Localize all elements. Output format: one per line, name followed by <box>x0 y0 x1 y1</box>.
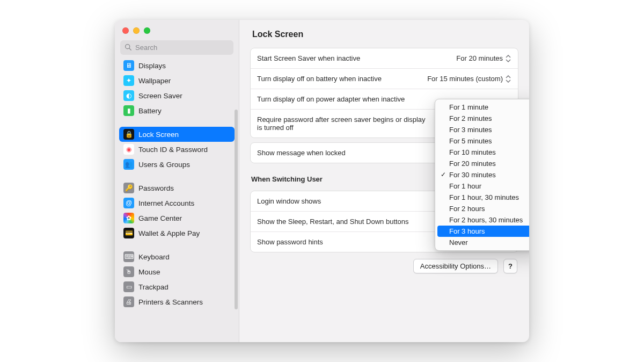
search-icon <box>125 44 131 52</box>
fingerprint-icon: ◉ <box>123 144 134 155</box>
sidebar-list[interactable]: 🖥Displays✦Wallpaper◐Screen Saver▮Battery… <box>115 58 239 342</box>
sidebar-item-touch-id-password[interactable]: ◉Touch ID & Password <box>119 142 235 157</box>
sidebar-item-label: Internet Accounts <box>138 199 194 207</box>
dropdown-option[interactable]: Never <box>437 237 529 248</box>
sidebar-item-label: Users & Groups <box>138 161 190 169</box>
dropdown-option[interactable]: For 1 hour, 30 minutes <box>437 192 529 203</box>
sidebar-item-label: Displays <box>138 62 166 70</box>
sidebar-item-label: Lock Screen <box>138 131 179 139</box>
sidebar-item-label: Touch ID & Password <box>138 146 208 154</box>
sidebar-item-passwords[interactable]: 🔑Passwords <box>119 180 235 196</box>
row-label: Require password after screen saver begi… <box>257 115 429 132</box>
key-icon: 🔑 <box>123 183 134 193</box>
system-settings-window: 🖥Displays✦Wallpaper◐Screen Saver▮Battery… <box>115 20 529 342</box>
wallpaper-icon: ✦ <box>123 75 134 86</box>
sidebar-item-trackpad[interactable]: ▭Trackpad <box>119 279 235 294</box>
row-label: Show message when locked <box>257 149 346 157</box>
dropdown-option[interactable]: For 2 hours <box>437 203 529 214</box>
dropdown-option[interactable]: For 20 minutes <box>437 158 529 169</box>
sidebar-item-game-center[interactable]: ✿Game Center <box>119 211 235 226</box>
dropdown-option[interactable]: For 5 minutes <box>437 135 529 147</box>
sidebar-item-label: Passwords <box>138 184 174 192</box>
keyboard-icon: ⌨ <box>123 251 134 262</box>
row-label: Login window shows <box>257 197 321 205</box>
trackpad-icon: ▭ <box>123 281 134 292</box>
dropdown-option[interactable]: For 2 minutes <box>437 113 529 124</box>
sidebar-item-label: Trackpad <box>138 283 169 291</box>
row-value[interactable]: For 15 minutes (custom) <box>427 75 511 83</box>
dropdown-option[interactable]: For 3 minutes <box>437 124 529 135</box>
sidebar-item-label: Battery <box>138 107 162 115</box>
sidebar-item-label: Game Center <box>138 214 182 222</box>
row-screensaver[interactable]: Start Screen Saver when inactive For 20 … <box>251 48 518 69</box>
row-label: Turn display off on battery when inactiv… <box>257 75 382 83</box>
users-icon: 👥 <box>123 159 134 170</box>
sidebar-item-users-groups[interactable]: 👥Users & Groups <box>119 157 235 172</box>
wallet-icon: 💳 <box>123 228 134 238</box>
sidebar-item-wallpaper[interactable]: ✦Wallpaper <box>119 73 235 88</box>
sidebar-item-keyboard[interactable]: ⌨Keyboard <box>119 249 235 264</box>
battery-icon: ▮ <box>123 105 134 116</box>
gamecenter-icon: ✿ <box>123 213 134 223</box>
zoom-icon[interactable] <box>144 27 150 34</box>
sidebar-item-battery[interactable]: ▮Battery <box>119 103 235 118</box>
display-icon: 🖥 <box>123 60 134 71</box>
help-button[interactable]: ? <box>503 259 517 273</box>
dropdown-option[interactable]: For 1 minute <box>437 102 529 113</box>
chevron-up-down-icon[interactable] <box>505 75 511 83</box>
row-label: Turn display off on power adapter when i… <box>257 95 405 103</box>
sidebar-item-label: Wallpaper <box>138 77 171 85</box>
at-icon: @ <box>123 198 134 208</box>
sidebar-item-mouse[interactable]: 🖱Mouse <box>119 264 235 279</box>
accessibility-options-button[interactable]: Accessibility Options… <box>413 259 498 273</box>
svg-line-1 <box>129 48 131 50</box>
sidebar-item-wallet-apple-pay[interactable]: 💳Wallet & Apple Pay <box>119 226 235 241</box>
dropdown-option[interactable]: For 10 minutes <box>437 147 529 158</box>
sidebar-item-label: Screen Saver <box>138 92 182 100</box>
mouse-icon: 🖱 <box>123 266 134 277</box>
sidebar-item-printers-scanners[interactable]: 🖨Printers & Scanners <box>119 294 235 309</box>
dropdown-option[interactable]: For 3 hours <box>437 226 529 237</box>
footer: Accessibility Options… ? <box>239 252 529 280</box>
row-label: Show the Sleep, Restart, and Shut Down b… <box>257 218 409 226</box>
window-controls <box>115 20 239 36</box>
sidebar-item-internet-accounts[interactable]: @Internet Accounts <box>119 196 235 211</box>
search-input[interactable] <box>120 40 233 55</box>
sidebar-item-label: Keyboard <box>138 253 170 261</box>
sidebar-item-displays[interactable]: 🖥Displays <box>119 58 235 73</box>
sidebar-item-label: Printers & Scanners <box>138 298 203 306</box>
row-display-battery[interactable]: Turn display off on battery when inactiv… <box>251 69 518 89</box>
printer-icon: 🖨 <box>123 296 134 307</box>
chevron-up-down-icon[interactable] <box>505 55 511 62</box>
dropdown-option[interactable]: For 2 hours, 30 minutes <box>437 214 529 226</box>
scrollbar[interactable] <box>235 110 238 309</box>
row-value[interactable]: For 20 minutes <box>456 54 511 62</box>
page-title: Lock Screen <box>239 20 529 44</box>
minimize-icon[interactable] <box>133 27 140 34</box>
screensaver-icon: ◐ <box>123 90 134 101</box>
sidebar-item-label: Mouse <box>138 268 160 276</box>
sidebar-item-lock-screen[interactable]: 🔒Lock Screen <box>119 127 235 142</box>
duration-dropdown[interactable]: For 1 minuteFor 2 minutesFor 3 minutesFo… <box>435 99 529 251</box>
sidebar-item-label: Wallet & Apple Pay <box>138 229 200 237</box>
row-label: Show password hints <box>257 238 323 246</box>
sidebar-item-screen-saver[interactable]: ◐Screen Saver <box>119 88 235 103</box>
lock-icon: 🔒 <box>123 129 134 140</box>
sidebar: 🖥Displays✦Wallpaper◐Screen Saver▮Battery… <box>115 20 239 342</box>
row-label: Start Screen Saver when inactive <box>257 54 360 62</box>
close-icon[interactable] <box>122 27 129 34</box>
dropdown-option[interactable]: For 30 minutes <box>437 169 529 180</box>
dropdown-option[interactable]: For 1 hour <box>437 180 529 192</box>
